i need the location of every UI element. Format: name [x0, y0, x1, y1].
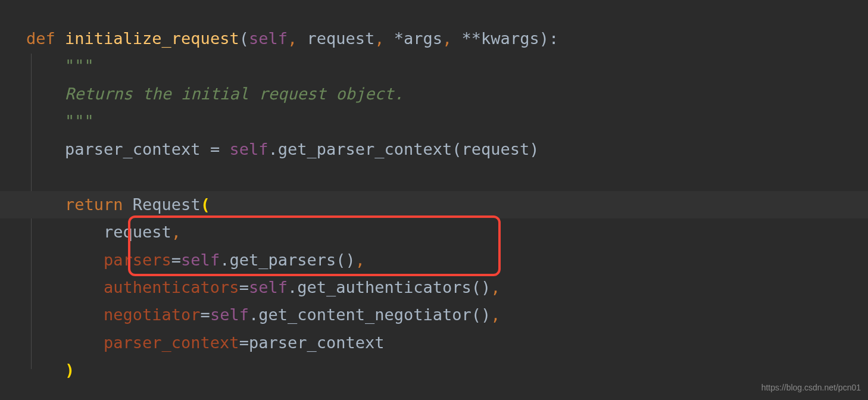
indent: [26, 195, 65, 214]
space: [55, 29, 65, 48]
method-call: get_parser_context(request): [278, 140, 539, 158]
self-param: self: [249, 29, 288, 48]
param-args: args: [404, 29, 442, 48]
indent: [26, 85, 65, 103]
code-line-6: return Request(: [0, 191, 868, 218]
code-line-10: negotiator=self.get_content_negotiator()…: [26, 301, 868, 329]
dot: .: [249, 305, 258, 324]
indent: [26, 223, 104, 241]
equals: =: [239, 333, 249, 352]
class-request: Request: [133, 195, 201, 214]
dot: .: [288, 278, 297, 296]
comma: ,: [442, 29, 462, 48]
method-call: get_parsers(): [229, 251, 355, 269]
code-line-9: authenticators=self.get_authenticators()…: [26, 274, 868, 301]
method-call: get_authenticators(): [297, 278, 491, 296]
code-line-11: parser_context=parser_context: [26, 329, 868, 357]
function-name: initialize_request: [65, 29, 239, 48]
code-line-blank: [26, 163, 868, 190]
var-name: parser_context: [65, 140, 210, 158]
colon: :: [549, 29, 558, 48]
indent: [26, 305, 104, 324]
comma: ,: [491, 278, 500, 296]
code-line-7: request,: [26, 218, 868, 246]
self-ref: self: [181, 251, 220, 269]
indent: [26, 57, 65, 75]
self-ref: self: [249, 278, 288, 296]
kwarg-parser-context: parser_context: [104, 333, 239, 352]
code-line-1: def initialize_request(self, request, *a…: [26, 25, 868, 52]
keyword-return: return: [65, 195, 123, 214]
code-line-12: ): [26, 357, 868, 384]
space: [220, 140, 229, 158]
dot: .: [268, 140, 277, 158]
equals: =: [239, 278, 249, 296]
method-call: get_content_negotiator(): [258, 305, 491, 324]
equals: =: [201, 305, 210, 324]
code-line-8: parsers=self.get_parsers(),: [26, 246, 868, 274]
rparen-yellow: ): [65, 361, 74, 379]
kwarg-authenticators: authenticators: [104, 278, 239, 296]
docstring-text: Returns the initial request object.: [65, 85, 404, 103]
indent: [26, 361, 65, 379]
docstring-open: """: [65, 57, 94, 75]
indent: [26, 278, 104, 296]
docstring-close: """: [65, 112, 94, 130]
kwarg-parsers: parsers: [104, 251, 171, 269]
indent: [26, 333, 104, 352]
keyword-def: def: [26, 29, 55, 48]
star: *: [394, 29, 404, 48]
rparen: ): [539, 29, 549, 48]
comma: ,: [374, 29, 394, 48]
code-line-3: Returns the initial request object.: [26, 80, 868, 108]
indent: [26, 251, 104, 269]
comma: ,: [171, 223, 181, 241]
param-kwargs: kwargs: [481, 29, 539, 48]
indent: [26, 140, 65, 158]
lparen: (: [239, 29, 249, 48]
code-line-4: """: [26, 108, 868, 135]
watermark: https://blog.csdn.net/pcn01: [761, 380, 861, 395]
code-line-5: parser_context = self.get_parser_context…: [26, 136, 868, 163]
param-request: request: [307, 29, 374, 48]
self-ref: self: [229, 140, 268, 158]
arg-request: request: [104, 223, 171, 241]
val-parser-context: parser_context: [249, 333, 385, 352]
comma: ,: [288, 29, 307, 48]
comma: ,: [355, 251, 365, 269]
kwarg-negotiator: negotiator: [104, 305, 201, 324]
equals: =: [171, 251, 181, 269]
self-ref: self: [210, 305, 249, 324]
equals: =: [210, 140, 220, 158]
code-line-2: """: [26, 52, 868, 80]
lparen-yellow: (: [201, 195, 210, 214]
dot: .: [220, 251, 229, 269]
space: [123, 195, 133, 214]
star: **: [462, 29, 482, 48]
indent: [26, 112, 65, 130]
comma: ,: [491, 305, 500, 324]
